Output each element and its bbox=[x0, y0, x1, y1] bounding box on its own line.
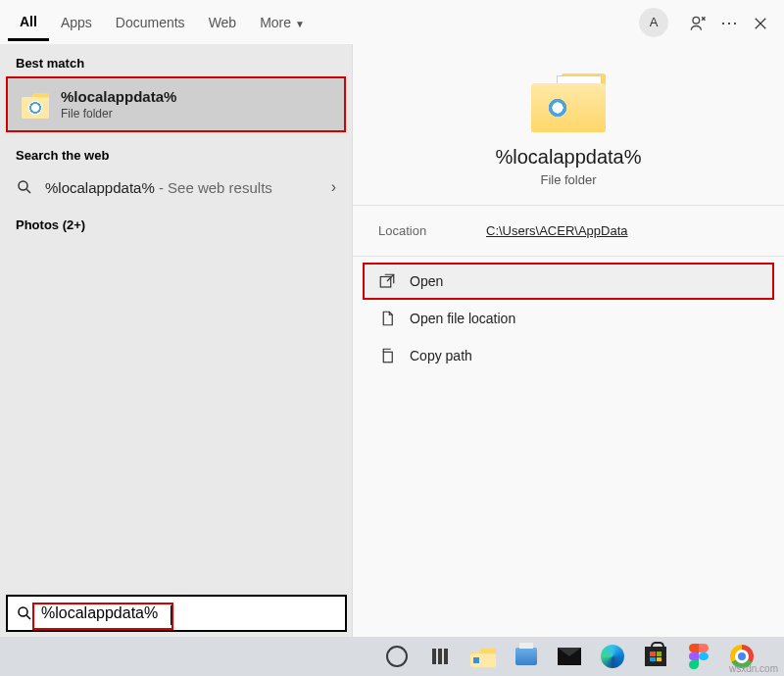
watermark: wsxdn.com bbox=[729, 663, 778, 674]
printer-app-icon[interactable] bbox=[512, 642, 541, 671]
preview-pane: %localappdata% File folder Location C:\U… bbox=[353, 44, 784, 637]
web-query: %localappdata% bbox=[45, 179, 155, 196]
best-match-heading: Best match bbox=[0, 44, 352, 76]
edge-icon[interactable] bbox=[598, 642, 627, 671]
search-icon bbox=[16, 178, 33, 196]
photos-heading[interactable]: Photos (2+) bbox=[0, 206, 352, 238]
file-explorer-icon[interactable] bbox=[468, 642, 498, 671]
figma-icon[interactable] bbox=[684, 642, 713, 671]
copy-path-icon bbox=[378, 347, 396, 364]
more-options-icon[interactable]: ⋯ bbox=[713, 8, 745, 37]
location-row: Location C:\Users\ACER\AppData bbox=[353, 206, 784, 257]
svg-point-4 bbox=[19, 607, 27, 616]
actions-list: Open Open file location Copy path bbox=[353, 257, 784, 380]
search-web-heading: Search the web bbox=[0, 136, 352, 169]
text-caret bbox=[171, 605, 172, 625]
microsoft-store-icon[interactable] bbox=[641, 642, 670, 671]
tab-all[interactable]: All bbox=[8, 4, 49, 41]
preview-subtitle: File folder bbox=[372, 172, 764, 187]
caret-down-icon: ▼ bbox=[295, 19, 305, 29]
svg-point-0 bbox=[693, 17, 700, 24]
action-open[interactable]: Open bbox=[363, 263, 774, 300]
results-pane: Best match %localappdata% File folder Se… bbox=[0, 44, 353, 637]
close-icon[interactable] bbox=[745, 8, 776, 37]
tab-documents[interactable]: Documents bbox=[104, 5, 197, 39]
search-box[interactable] bbox=[6, 595, 347, 632]
action-open-label: Open bbox=[410, 273, 443, 289]
windows-search-panel: All Apps Documents Web More▼ A ⋯ Best ma… bbox=[0, 0, 784, 676]
action-open-loc-label: Open file location bbox=[410, 311, 515, 326]
web-hint: - See web results bbox=[155, 179, 272, 196]
web-result[interactable]: %localappdata% - See web results › bbox=[0, 169, 352, 206]
result-subtitle: File folder bbox=[61, 107, 176, 121]
cortana-icon[interactable] bbox=[382, 642, 412, 671]
chevron-right-icon: › bbox=[331, 178, 336, 196]
task-view-icon[interactable] bbox=[425, 642, 455, 671]
file-location-icon bbox=[378, 310, 396, 327]
filter-tabs: All Apps Documents Web More▼ A ⋯ bbox=[0, 0, 784, 44]
search-icon bbox=[16, 604, 33, 622]
location-value[interactable]: C:\Users\ACER\AppData bbox=[486, 223, 628, 238]
taskbar bbox=[0, 637, 784, 676]
account-avatar[interactable]: A bbox=[639, 8, 668, 37]
action-copy-path-label: Copy path bbox=[410, 348, 472, 363]
action-open-file-location[interactable]: Open file location bbox=[353, 300, 784, 337]
action-copy-path[interactable]: Copy path bbox=[353, 337, 784, 374]
result-title: %localappdata% bbox=[61, 88, 176, 105]
search-input[interactable] bbox=[41, 604, 337, 622]
tab-more[interactable]: More▼ bbox=[248, 5, 317, 39]
preview-header: %localappdata% File folder bbox=[353, 44, 784, 206]
folder-settings-icon bbox=[529, 70, 608, 132]
tab-web[interactable]: Web bbox=[197, 5, 249, 39]
main-split: Best match %localappdata% File folder Se… bbox=[0, 44, 784, 637]
mail-icon[interactable] bbox=[555, 642, 584, 671]
preview-title: %localappdata% bbox=[372, 146, 764, 169]
open-icon bbox=[378, 272, 396, 290]
svg-point-1 bbox=[19, 181, 27, 190]
location-label: Location bbox=[378, 223, 486, 238]
tab-apps[interactable]: Apps bbox=[49, 5, 104, 39]
folder-settings-icon bbox=[22, 91, 49, 119]
svg-rect-3 bbox=[383, 352, 392, 362]
best-match-result[interactable]: %localappdata% File folder bbox=[6, 76, 346, 132]
feedback-icon[interactable] bbox=[682, 8, 713, 37]
